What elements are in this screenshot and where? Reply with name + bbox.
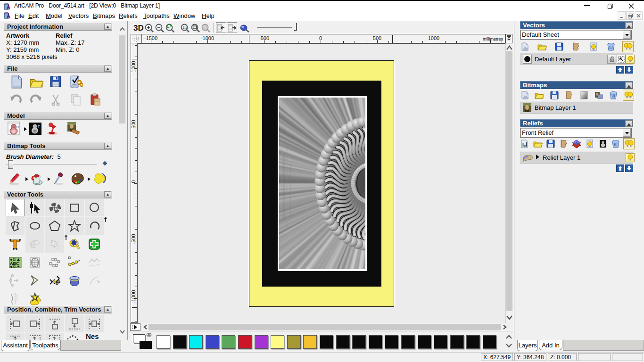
svg-text:T: T	[38, 125, 40, 128]
svg-text:ABC: ABC	[10, 261, 19, 266]
svg-text:+: +	[522, 158, 525, 163]
svg-text:0: 0	[131, 180, 136, 183]
svg-text:1:1: 1:1	[182, 26, 187, 29]
svg-text:-1000: -1000	[131, 290, 136, 303]
svg-text:T: T	[17, 125, 19, 129]
svg-text:-500: -500	[131, 234, 136, 244]
svg-text:1000: 1000	[131, 61, 136, 72]
svg-text:500: 500	[131, 120, 136, 128]
